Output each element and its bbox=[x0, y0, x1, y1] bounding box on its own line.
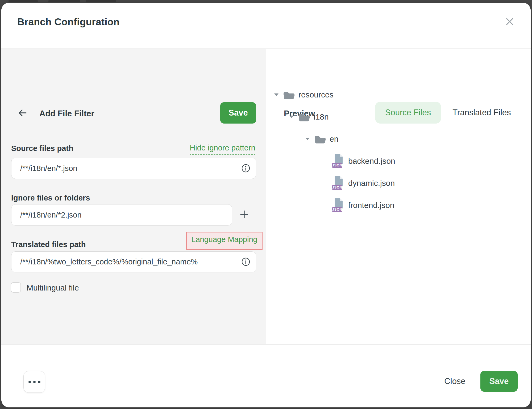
multilingual-file-label: Multilingual file bbox=[27, 283, 79, 292]
plus-icon bbox=[239, 209, 249, 220]
tree-item-i18n[interactable]: i18n bbox=[266, 106, 531, 128]
info-icon[interactable] bbox=[241, 164, 250, 173]
hide-ignore-pattern-link[interactable]: Hide ignore pattern bbox=[190, 144, 255, 155]
tree-item-label: backend.json bbox=[348, 157, 395, 166]
tree-item-en[interactable]: en bbox=[266, 128, 531, 150]
background-browser-tab bbox=[86, 0, 116, 2]
caret-down-icon[interactable] bbox=[305, 138, 310, 140]
source-files-path-label: Source files path bbox=[11, 144, 73, 153]
filter-save-button[interactable]: Save bbox=[220, 102, 256, 124]
info-icon[interactable] bbox=[241, 257, 250, 266]
tree-item-backend.json[interactable]: JSONbackend.json bbox=[266, 150, 531, 172]
modal-body: Add File Filter Save Source files path H… bbox=[1, 49, 531, 344]
json-badge: JSON bbox=[332, 185, 342, 190]
json-badge: JSON bbox=[332, 207, 342, 212]
folder-icon bbox=[314, 134, 326, 144]
add-ignore-pattern-button[interactable] bbox=[238, 209, 250, 221]
file-tree: resourcesi18nenJSONbackend.jsonJSONdynam… bbox=[266, 84, 531, 216]
panel-title: Add File Filter bbox=[39, 109, 94, 118]
file-filter-panel: Add File Filter Save Source files path H… bbox=[1, 49, 266, 344]
ignore-files-input[interactable] bbox=[11, 204, 232, 226]
close-modal-button[interactable]: Close bbox=[438, 371, 472, 392]
json-badge: JSON bbox=[332, 163, 342, 168]
background-browser-tab bbox=[48, 0, 80, 2]
translated-files-path-label: Translated files path bbox=[11, 240, 86, 249]
translated-files-path-input[interactable] bbox=[11, 251, 256, 272]
language-mapping-link[interactable]: Language Mapping bbox=[191, 235, 257, 246]
language-mapping-highlight: Language Mapping bbox=[186, 232, 263, 250]
tree-item-label: frontend.json bbox=[348, 201, 394, 210]
multilingual-file-checkbox[interactable] bbox=[11, 282, 21, 293]
ignore-files-label: Ignore files or folders bbox=[11, 194, 90, 202]
more-options-button[interactable] bbox=[23, 371, 45, 393]
background-browser-tab bbox=[9, 0, 38, 2]
folder-icon bbox=[283, 90, 295, 100]
close-button[interactable] bbox=[504, 16, 516, 28]
json-file-icon: JSON bbox=[332, 154, 344, 168]
folder-icon bbox=[298, 112, 310, 122]
modal-title: Branch Configuration bbox=[17, 17, 119, 28]
ellipsis-icon bbox=[28, 381, 40, 383]
file-filter-panel-header bbox=[1, 49, 266, 83]
tree-item-label: resources bbox=[298, 90, 334, 99]
modal-header: Branch Configuration bbox=[1, 3, 531, 49]
tree-item-dynamic.json[interactable]: JSONdynamic.json bbox=[266, 172, 531, 194]
caret-down-icon[interactable] bbox=[289, 116, 294, 118]
arrow-left-icon bbox=[18, 109, 28, 118]
json-file-icon: JSON bbox=[332, 176, 344, 190]
branch-configuration-modal: Branch Configuration Add File Filter Sav… bbox=[1, 3, 531, 407]
tree-item-label: i18n bbox=[314, 112, 329, 121]
modal-save-button[interactable]: Save bbox=[480, 371, 518, 392]
caret-down-icon[interactable] bbox=[274, 93, 279, 96]
tree-item-resources[interactable]: resources bbox=[266, 84, 531, 106]
tree-item-label: en bbox=[330, 134, 338, 144]
back-button[interactable] bbox=[17, 108, 28, 119]
tree-item-frontend.json[interactable]: JSONfrontend.json bbox=[266, 194, 531, 216]
modal-footer: Close Save bbox=[1, 344, 531, 407]
source-files-path-input[interactable] bbox=[11, 158, 256, 179]
close-icon bbox=[505, 17, 514, 27]
json-file-icon: JSON bbox=[332, 198, 344, 212]
tree-item-label: dynamic.json bbox=[348, 179, 395, 188]
